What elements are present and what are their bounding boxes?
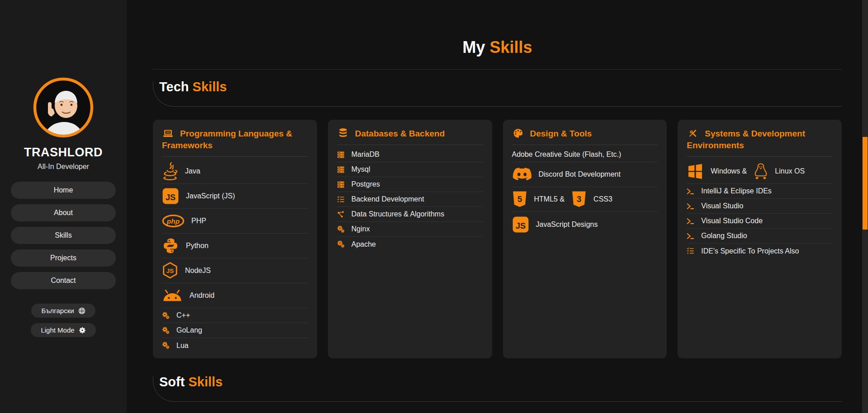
tech-title-accent: Skills: [193, 80, 227, 94]
avatar: [32, 76, 95, 139]
card-header-divider: [337, 145, 483, 145]
skill-label: Mysql: [351, 165, 370, 174]
terminal-icon: [687, 232, 694, 240]
section-header-tech: Tech Skills: [153, 77, 842, 107]
soft-title-prefix: Soft: [159, 375, 185, 389]
skill-label: Nginx: [351, 225, 370, 233]
skill-label: IDE's Specific To Projects Also: [701, 247, 799, 255]
light-mode-button[interactable]: Light Mode: [31, 323, 95, 337]
skill-item: JSJavaScript Designs: [512, 212, 658, 237]
profile-subtitle: All-In Developer: [38, 163, 89, 171]
globe-icon: [78, 307, 85, 314]
php-icon: php: [162, 214, 185, 228]
skill-label: Linux OS: [775, 167, 805, 175]
light-mode-button-label: Light Mode: [41, 326, 74, 334]
sidebar-nav: HomeAboutSkillsProjectsContact: [11, 182, 116, 289]
card-title: Programming Languages & Frameworks: [162, 128, 308, 151]
skill-label: GoLang: [176, 326, 202, 334]
main-content: My Skills Tech Skills Programming Langua…: [127, 0, 868, 413]
scrollbar-thumb[interactable]: [863, 137, 868, 230]
card-header-divider: [687, 156, 833, 157]
palette-icon: [512, 128, 524, 139]
gears-icon: [162, 327, 170, 334]
card-header-divider: [512, 145, 658, 145]
skill-item: JSJavaScript (JS): [162, 184, 308, 209]
skill-label: IntelliJ & Eclipse IDEs: [701, 187, 772, 195]
profile-name: TRASHLORD: [24, 145, 103, 160]
skill-label: PHP: [191, 217, 206, 225]
skill-label: Golang Studio: [701, 232, 747, 240]
skill-label: NodeJS: [185, 267, 211, 275]
skill-item: Adobe Creative Suite (Flash, Etc.): [512, 147, 658, 162]
skill-item: Postgres: [337, 177, 483, 192]
tech-cards-grid: Programming Languages & FrameworksJavaJS…: [153, 120, 842, 358]
skill-item: Nginx: [337, 222, 483, 237]
skill-item: Golang Studio: [687, 229, 833, 244]
sidebar-item-skills[interactable]: Skills: [11, 227, 116, 244]
gears-icon: [337, 240, 345, 248]
svg-text:JS: JS: [166, 268, 174, 274]
skill-item: IDE's Specific To Projects Also: [687, 244, 833, 258]
card-title-text: Systems & Development Environments: [687, 129, 805, 150]
svg-text:5: 5: [517, 194, 522, 204]
svg-text:php: php: [166, 217, 180, 225]
js-square-icon: JS: [512, 216, 529, 233]
skill-label: Visual Studio Code: [701, 217, 763, 225]
tools-icon: [687, 128, 699, 139]
svg-text:3: 3: [577, 194, 581, 204]
nodejs-icon: JS: [162, 262, 178, 280]
java-icon: [162, 162, 178, 181]
terminal-icon: [687, 188, 694, 195]
skill-item: Discord Bot Development: [512, 162, 658, 187]
skill-item: Mysql: [337, 162, 483, 177]
terminal-icon: [687, 202, 694, 210]
card-title: Systems & Development Environments: [687, 128, 833, 151]
language-button-label: Български: [41, 307, 74, 314]
skill-item: JSNodeJS: [162, 258, 308, 283]
tasks-icon: [337, 196, 345, 203]
sidebar-item-contact[interactable]: Contact: [11, 272, 116, 289]
skill-label: Apache: [351, 240, 376, 249]
skill-card: Design & ToolsAdobe Creative Suite (Flas…: [503, 120, 667, 358]
tasks-icon: [687, 247, 694, 255]
skill-label: C++: [176, 311, 190, 319]
server-icon: [337, 151, 345, 159]
card-title-text: Databases & Backend: [355, 129, 445, 138]
language-button[interactable]: Български: [31, 304, 95, 318]
skill-label: JavaScript (JS): [186, 192, 235, 200]
skill-item: Java: [162, 159, 308, 184]
card-title-text: Design & Tools: [530, 129, 592, 138]
skill-label: Visual Studio: [701, 202, 743, 210]
linux-icon: [754, 162, 768, 181]
sidebar-item-projects[interactable]: Projects: [11, 249, 116, 267]
gears-icon: [162, 342, 170, 349]
skill-item: Windows &Linux OS: [687, 159, 833, 184]
skill-label: Lua: [176, 342, 189, 350]
page-title-prefix: My: [462, 38, 485, 56]
python-icon: [162, 237, 179, 254]
sitemap-icon: [337, 211, 345, 218]
skill-label: Postgres: [351, 180, 380, 188]
skill-card: Systems & Development EnvironmentsWindow…: [678, 120, 842, 358]
skill-item: Visual Studio Code: [687, 214, 833, 229]
skill-item: GoLang: [162, 323, 308, 338]
skill-label: Backend Development: [351, 195, 424, 203]
server-icon: [337, 166, 345, 174]
sidebar-item-about[interactable]: About: [11, 204, 116, 221]
soft-title-accent: Skills: [188, 375, 223, 389]
skill-item: Android: [162, 283, 308, 308]
svg-text:JS: JS: [515, 221, 525, 230]
page-title: My Skills: [153, 38, 842, 57]
sidebar: TRASHLORD All-In Developer HomeAboutSkil…: [0, 0, 127, 413]
skill-label: Python: [186, 242, 209, 250]
skill-item: Visual Studio: [687, 199, 833, 214]
card-header-divider: [162, 156, 308, 157]
skill-item: Python: [162, 234, 308, 258]
sidebar-item-home[interactable]: Home: [11, 182, 116, 199]
skill-label: Adobe Creative Suite (Flash, Etc.): [512, 150, 621, 159]
server-icon: [337, 181, 345, 188]
html5-icon: 5: [512, 191, 527, 208]
skill-label: MariaDB: [351, 150, 379, 159]
gears-icon: [337, 225, 345, 233]
scrollbar-track[interactable]: [862, 0, 868, 413]
